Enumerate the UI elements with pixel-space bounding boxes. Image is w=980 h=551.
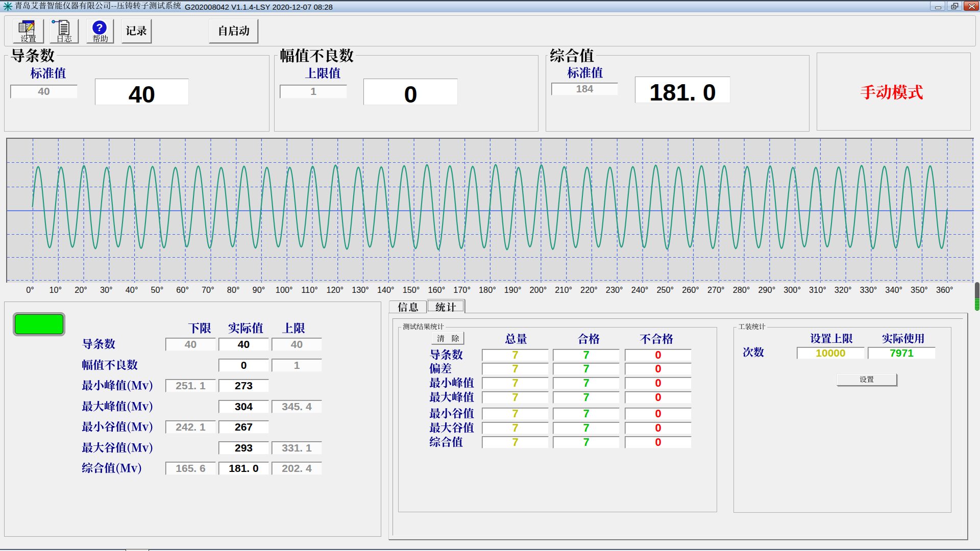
svg-text:?: ?	[96, 21, 103, 33]
